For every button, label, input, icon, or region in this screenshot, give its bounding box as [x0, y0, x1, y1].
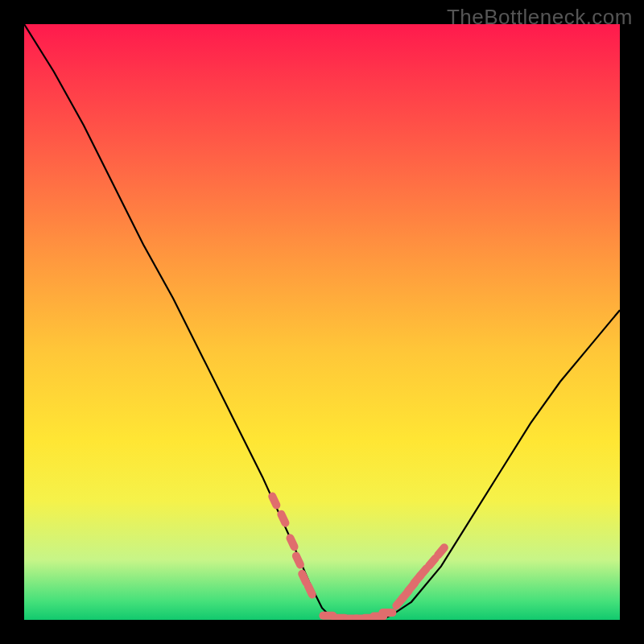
curve-marker — [276, 509, 291, 528]
curve-marker — [378, 609, 396, 617]
plot-area — [24, 24, 620, 620]
curve-marker — [291, 551, 305, 570]
chart-overlay — [24, 24, 620, 620]
marker-layer — [267, 491, 450, 620]
curve-marker — [267, 491, 282, 510]
chart-frame: TheBottleneck.com — [0, 0, 644, 644]
curve-marker — [285, 533, 299, 552]
bottleneck-curve — [24, 24, 620, 620]
curve-marker — [303, 580, 317, 600]
